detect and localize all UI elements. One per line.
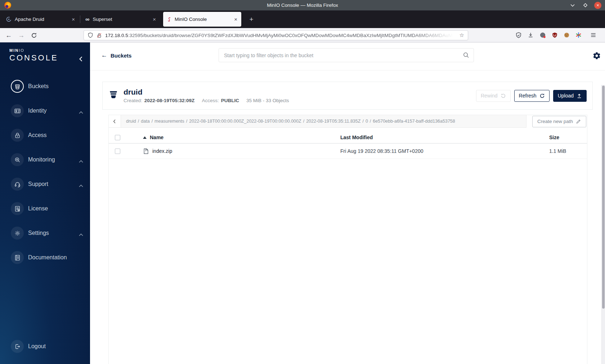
sidebar-item-label: Buckets (28, 83, 49, 90)
sidebar-item-label: Identity (28, 108, 47, 114)
last-modified-column-header[interactable]: Last Modified (340, 135, 549, 140)
sidebar-item-buckets[interactable]: Buckets (0, 74, 90, 99)
ublock-origin-icon[interactable] (552, 32, 558, 38)
breadcrumb-separator: / (362, 119, 363, 124)
chevron-up-icon[interactable] (79, 109, 83, 115)
page-header: ← Buckets (90, 42, 605, 70)
downloads-icon[interactable] (528, 32, 534, 38)
breadcrumb-segment[interactable]: measurements (154, 119, 184, 124)
shield-icon[interactable] (88, 32, 93, 38)
tab-minio-console[interactable]: MinIO Console × (163, 12, 241, 27)
rewind-label: Rewind (481, 93, 498, 99)
breadcrumb-segment[interactable]: 0 (366, 119, 368, 124)
name-column-header[interactable]: Name (131, 135, 340, 140)
table-row[interactable]: index.zip Fri Aug 19 2022 08:35:11 GMT+0… (109, 144, 587, 159)
name-header-label: Name (150, 135, 163, 140)
object-browser-panel: druid/data/measurements/2022-08-18T00:00… (108, 115, 587, 364)
path-back-button[interactable] (109, 115, 121, 128)
console-settings-gear-icon[interactable] (592, 51, 601, 62)
window-maximize-icon[interactable] (582, 2, 589, 9)
create-new-path-button[interactable]: Create new path (532, 116, 586, 127)
window-minimize-icon[interactable] (569, 2, 576, 9)
firefox-window: MinIO Console — Mozilla Firefox × Apache… (0, 0, 605, 364)
sidebar-collapse-icon[interactable] (79, 56, 83, 63)
breadcrumb-segment[interactable]: 6e570ebb-a6fa-4157-baff-ddd136a53758 (373, 119, 455, 124)
header-checkbox-cell (115, 135, 131, 140)
access-value: PUBLIC (221, 98, 239, 103)
shield-check-extension-icon[interactable] (515, 32, 522, 38)
window-controls: × (569, 0, 601, 10)
chevron-up-icon[interactable] (79, 158, 83, 164)
window-close-button[interactable]: × (594, 2, 601, 9)
identity-icon (11, 104, 24, 117)
insecure-lock-icon[interactable] (97, 33, 102, 38)
tab-apache-druid[interactable]: Apache Druid × (3, 12, 79, 27)
table-header-row: Name Last Modified Size (109, 132, 587, 144)
breadcrumb-segment[interactable]: 2022-08-18T00:00:00.000Z_2022-08-19T00:0… (189, 119, 301, 124)
sidebar-item-logout[interactable]: Logout (0, 334, 90, 359)
filter-objects-input[interactable] (219, 48, 474, 62)
sidebar-item-access[interactable]: Access (0, 123, 90, 147)
logo-min: MIN (9, 48, 19, 53)
tab-label: MinIO Console (175, 17, 233, 22)
refresh-label: Refresh (519, 93, 537, 99)
chevron-up-icon[interactable] (79, 231, 83, 238)
created-value: 2022-08-19T05:32:09Z (144, 98, 195, 103)
sidebar-item-license[interactable]: License (0, 196, 90, 221)
url-bar[interactable]: 172.18.0.5:32595/buckets/druid/browse/ZG… (84, 30, 468, 40)
sidebar-item-label: License (28, 205, 48, 212)
rewind-icon (501, 93, 506, 99)
sidebar-item-documentation[interactable]: Documentation (0, 245, 90, 270)
tab-close-icon[interactable]: × (233, 16, 238, 22)
lock-icon (11, 129, 24, 142)
back-to-buckets-link[interactable]: ← Buckets (101, 52, 131, 59)
sidebar-item-monitoring[interactable]: Monitoring (0, 147, 90, 172)
sidebar-item-label: Monitoring (28, 156, 55, 163)
size-column-header[interactable]: Size (549, 135, 587, 140)
tab-bar: Apache Druid × ∞ Superset × MinIO Consol… (0, 10, 605, 28)
rewind-button[interactable]: Rewind (476, 90, 511, 102)
upload-button[interactable]: Upload (553, 90, 587, 102)
scrollbar-thumb[interactable] (602, 86, 605, 309)
sidebar-menu: Buckets Identity Access (0, 74, 90, 270)
cookie-extension-icon[interactable] (564, 32, 570, 38)
tab-close-icon[interactable]: × (71, 16, 76, 22)
menu-hamburger-icon[interactable] (590, 32, 596, 38)
magnifier-gear-icon (11, 153, 24, 166)
tab-superset[interactable]: ∞ Superset × (82, 12, 160, 27)
breadcrumb-segment[interactable]: druid (126, 119, 136, 124)
sidebar-item-identity[interactable]: Identity (0, 99, 90, 123)
sidebar-item-support[interactable]: Support (0, 172, 90, 196)
path-actions: Create new path (526, 115, 587, 128)
bucket-summary-panel: druid Created: 2022-08-19T05:32:09Z Acce… (102, 82, 593, 110)
forward-button[interactable]: → (16, 30, 27, 41)
breadcrumb-separator: / (186, 119, 187, 124)
chevron-up-icon[interactable] (79, 182, 83, 189)
window-title: MinIO Console — Mozilla Firefox (0, 3, 605, 8)
new-tab-button[interactable]: + (246, 14, 256, 24)
row-checkbox[interactable] (115, 149, 120, 154)
breadcrumb-segment[interactable]: data (141, 119, 149, 124)
tab-label: Apache Druid (15, 17, 71, 22)
bookmark-star-icon[interactable]: ☆ (460, 32, 464, 38)
sidebar-item-settings[interactable]: Settings (0, 221, 90, 245)
tab-label: Superset (93, 17, 152, 22)
window-titlebar: MinIO Console — Mozilla Firefox × (0, 0, 605, 10)
refresh-button[interactable]: Refresh (514, 90, 550, 102)
page-scrollbar[interactable] (601, 85, 605, 364)
select-all-checkbox[interactable] (115, 135, 120, 140)
extension-badge-icon[interactable] (539, 32, 546, 38)
breadcrumb: druid/data/measurements/2022-08-18T00:00… (121, 115, 526, 128)
breadcrumb-segment[interactable]: 2022-08-19T05:35:11.835Z (306, 119, 360, 124)
object-name-cell[interactable]: index.zip (131, 148, 340, 154)
reload-button[interactable] (28, 30, 39, 41)
pinwheel-extension-icon[interactable] (575, 32, 582, 38)
druid-favicon-icon (6, 17, 12, 22)
back-button[interactable]: ← (3, 30, 14, 41)
sidebar-item-label: Documentation (28, 254, 67, 261)
toolbar-extensions (515, 28, 596, 42)
tab-close-icon[interactable]: × (152, 16, 157, 22)
browser-toolbar: ← → 172.18.0.5:32595/buckets/druid/brows… (0, 28, 605, 42)
url-text[interactable]: 172.18.0.5:32595/buckets/druid/browse/ZG… (105, 33, 457, 38)
object-name: index.zip (152, 148, 172, 154)
